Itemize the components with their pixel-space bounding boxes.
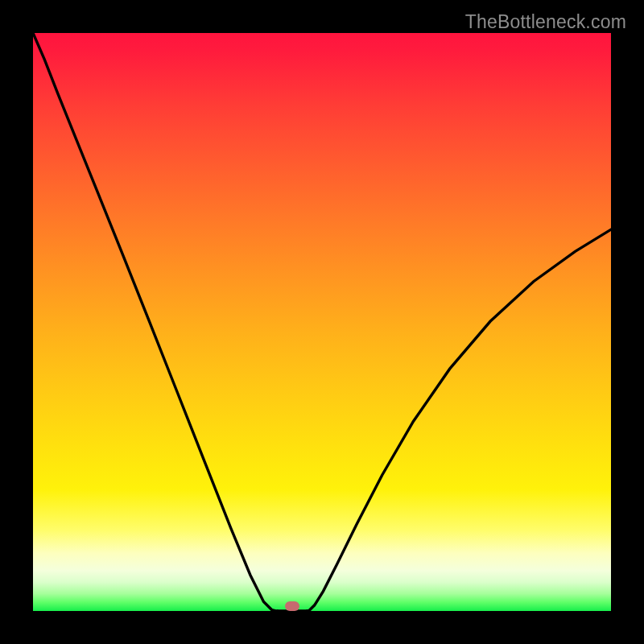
plot-area <box>33 33 611 611</box>
chart-frame: TheBottleneck.com <box>0 0 644 644</box>
optimum-marker <box>285 601 299 611</box>
bottleneck-curve <box>33 33 611 611</box>
watermark-text: TheBottleneck.com <box>465 11 626 33</box>
